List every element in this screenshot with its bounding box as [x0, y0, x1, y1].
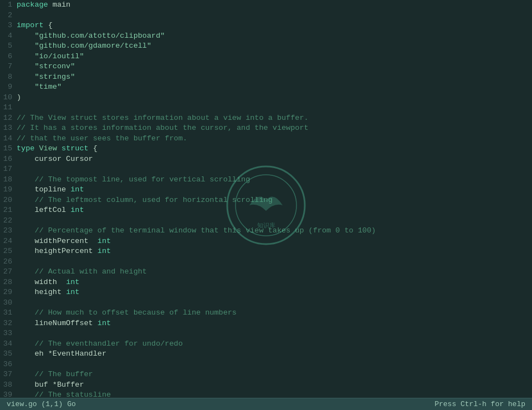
table-row: 13// It has a stores information about t…	[0, 123, 532, 134]
table-row: 26	[0, 257, 532, 267]
status-bar: view.go (1,1) Go Press Ctrl-h for help	[0, 398, 532, 410]
line-content: heightPercent int	[17, 246, 532, 257]
line-content: // Percentage of the terminal window tha…	[17, 226, 532, 236]
table-row: 39 // The statusline	[0, 390, 532, 398]
line-content	[17, 298, 532, 308]
table-row: 38 buf *Buffer	[0, 380, 532, 391]
table-row: 35 eh *EventHandler	[0, 349, 532, 360]
line-number: 13	[0, 123, 17, 134]
line-content: "github.com/atotto/clipboard"	[17, 31, 532, 42]
line-content	[17, 257, 532, 267]
table-row: 37 // The buffer	[0, 369, 532, 380]
line-content: // The topmost line, used for vertical s…	[17, 175, 532, 185]
line-content	[17, 328, 532, 339]
line-content: height int	[17, 287, 532, 298]
table-row: 18 // The topmost line, used for vertica…	[0, 175, 532, 185]
code-editor[interactable]: 1package main2 3import {4 "github.com/at…	[0, 0, 532, 410]
line-content: // How much to offset because of line nu…	[17, 308, 532, 318]
line-number: 2	[0, 11, 17, 21]
line-content: // that the user sees the buffer from.	[17, 134, 532, 144]
table-row: 12// The View struct stores information …	[0, 113, 532, 124]
line-content: "io/ioutil"	[17, 52, 532, 62]
table-row: 33	[0, 328, 532, 339]
line-content	[17, 11, 532, 21]
line-content: lineNumOffset int	[17, 318, 532, 329]
line-number: 23	[0, 226, 17, 236]
line-number: 16	[0, 154, 17, 165]
line-content: "github.com/gdamore/tcell"	[17, 41, 532, 52]
line-content: // The eventhandler for undo/redo	[17, 339, 532, 350]
line-content: eh *EventHandler	[17, 349, 532, 360]
line-content: buf *Buffer	[17, 380, 532, 391]
status-left: view.go (1,1) Go	[7, 400, 76, 408]
line-content: import {	[17, 21, 532, 31]
line-number: 34	[0, 339, 17, 350]
line-number: 21	[0, 205, 17, 216]
line-number: 32	[0, 318, 17, 329]
line-number: 7	[0, 62, 17, 72]
line-number: 9	[0, 82, 17, 93]
line-content: width int	[17, 277, 532, 288]
table-row: 24 widthPercent int	[0, 236, 532, 247]
line-content	[17, 216, 532, 226]
table-row: 34 // The eventhandler for undo/redo	[0, 339, 532, 350]
line-number: 1	[0, 0, 17, 11]
line-number: 3	[0, 21, 17, 31]
line-content: // The View struct stores information ab…	[17, 113, 532, 124]
line-content: "strings"	[17, 72, 532, 83]
line-number: 27	[0, 267, 17, 277]
table-row: 15type View struct {	[0, 144, 532, 154]
table-row: 16 cursor Cursor	[0, 154, 532, 165]
line-number: 19	[0, 185, 17, 195]
line-content	[17, 103, 532, 113]
line-content: // It has a stores information about the…	[17, 123, 532, 134]
line-number: 18	[0, 175, 17, 185]
line-content	[17, 164, 532, 175]
table-row: 30	[0, 298, 532, 308]
table-row: 5 "github.com/gdamore/tcell"	[0, 41, 532, 52]
line-content: // The buffer	[17, 369, 532, 380]
line-content: leftCol int	[17, 205, 532, 216]
code-area: 1package main2 3import {4 "github.com/at…	[0, 0, 532, 398]
line-number: 22	[0, 216, 17, 226]
table-row: 22	[0, 216, 532, 226]
line-content: widthPercent int	[17, 236, 532, 247]
line-number: 28	[0, 277, 17, 288]
line-number: 20	[0, 195, 17, 206]
line-number: 36	[0, 360, 17, 370]
table-row: 8 "strings"	[0, 72, 532, 83]
table-row: 14// that the user sees the buffer from.	[0, 134, 532, 144]
line-number: 6	[0, 52, 17, 62]
line-content: // The leftmost column, used for horizon…	[17, 195, 532, 206]
table-row: 2	[0, 11, 532, 21]
line-number: 15	[0, 144, 17, 154]
line-content: )	[17, 93, 532, 103]
table-row: 36	[0, 360, 532, 370]
line-number: 30	[0, 298, 17, 308]
table-row: 3import {	[0, 21, 532, 31]
table-row: 21 leftCol int	[0, 205, 532, 216]
line-content: "time"	[17, 82, 532, 93]
line-content: // Actual with and height	[17, 267, 532, 277]
table-row: 19 topline int	[0, 185, 532, 195]
table-row: 32 lineNumOffset int	[0, 318, 532, 329]
line-content: package main	[17, 0, 532, 11]
table-row: 28 width int	[0, 277, 532, 288]
line-content: "strconv"	[17, 62, 532, 72]
line-number: 39	[0, 390, 17, 398]
line-number: 26	[0, 257, 17, 267]
table-row: 11	[0, 103, 532, 113]
table-row: 25 heightPercent int	[0, 246, 532, 257]
line-content	[17, 360, 532, 370]
line-number: 35	[0, 349, 17, 360]
line-number: 37	[0, 369, 17, 380]
line-number: 38	[0, 380, 17, 391]
line-number: 5	[0, 41, 17, 52]
table-row: 6 "io/ioutil"	[0, 52, 532, 62]
table-row: 1package main	[0, 0, 532, 11]
line-number: 4	[0, 31, 17, 42]
table-row: 29 height int	[0, 287, 532, 298]
table-row: 31 // How much to offset because of line…	[0, 308, 532, 318]
table-row: 17	[0, 164, 532, 175]
table-row: 4 "github.com/atotto/clipboard"	[0, 31, 532, 42]
